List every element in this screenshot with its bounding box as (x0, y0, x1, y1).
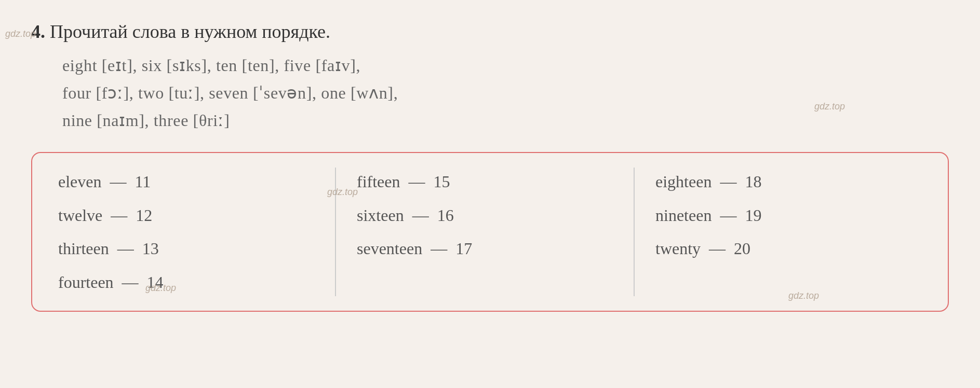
list-item: eleven — 11 (58, 168, 314, 196)
watermark-3: gdz.top (327, 187, 358, 198)
task-header: 4. Прочитай слова в нужном порядке. (31, 21, 949, 43)
list-item: twenty — 20 (655, 234, 911, 262)
column-divider-2 (634, 168, 635, 296)
watermark-5: gdz.top (788, 290, 819, 301)
list-item: fifteen — 15 (357, 168, 613, 196)
list-item: twelve — 12 (58, 201, 314, 229)
words-section: eight [eɪt], six [sɪks], ten [ten], five… (62, 52, 949, 134)
box-column-1: eleven — 11 twelve — 12 thirteen — 13 fo… (53, 168, 330, 296)
page: gdz.top gdz.top gdz.top gdz.top gdz.top … (0, 0, 980, 388)
list-item: eighteen — 18 (655, 168, 911, 196)
list-item: seventeen — 17 (357, 234, 613, 262)
list-item: sixteen — 16 (357, 201, 613, 229)
list-item: nineteen — 19 (655, 201, 911, 229)
watermark-2: gdz.top (814, 101, 845, 112)
watermark-1: gdz.top (5, 29, 36, 39)
box-column-3: eighteen — 18 nineteen — 19 twenty — 20 (640, 168, 927, 296)
box-column-2: fifteen — 15 sixteen — 16 seventeen — 17 (341, 168, 628, 296)
watermark-4: gdz.top (145, 283, 176, 294)
task-instruction: Прочитай слова в нужном порядке. (50, 21, 330, 42)
list-item: thirteen — 13 (58, 234, 314, 262)
list-item: fourteen — 14 (58, 268, 314, 296)
words-line1: eight [eɪt], six [sɪks], ten [ten], five… (62, 52, 949, 79)
